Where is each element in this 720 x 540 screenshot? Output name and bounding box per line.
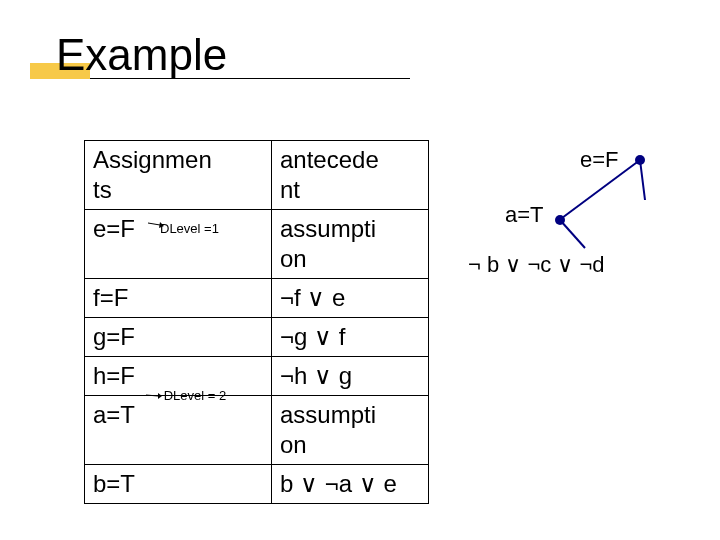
cell-ante: ¬h ∨ g bbox=[272, 357, 429, 396]
table-row: a=T assumpti on bbox=[85, 396, 429, 465]
header-assignments: Assignmen ts bbox=[85, 141, 272, 210]
dlevel-1-label: DLevel =1 bbox=[160, 221, 219, 236]
cell-assign: b=T bbox=[85, 465, 272, 504]
conflict-clause: ¬ b ∨ ¬c ∨ ¬d bbox=[468, 252, 605, 278]
svg-line-6 bbox=[560, 220, 585, 248]
graph-edges bbox=[450, 140, 700, 440]
dlevel-2-label: DLevel = 2 bbox=[160, 388, 230, 403]
implication-graph: e=F a=T ¬ b ∨ ¬c ∨ ¬d bbox=[450, 140, 700, 440]
cell-assign: f=F bbox=[85, 279, 272, 318]
node-label-aT: a=T bbox=[505, 202, 544, 228]
node-label-eF: e=F bbox=[580, 147, 619, 173]
table-row: f=F ¬f ∨ e bbox=[85, 279, 429, 318]
node-dot-eF bbox=[635, 155, 645, 165]
cell-ante: assumpti on bbox=[272, 396, 429, 465]
cell-assign: e=F bbox=[85, 210, 272, 279]
slide-title: Example bbox=[56, 30, 227, 80]
cell-assign: a=T bbox=[85, 396, 272, 465]
table-row: g=F ¬g ∨ f bbox=[85, 318, 429, 357]
cell-ante: ¬g ∨ f bbox=[272, 318, 429, 357]
cell-assign: g=F bbox=[85, 318, 272, 357]
assignments-table: Assignmen ts antecede nt e=F assumpti on… bbox=[84, 140, 429, 504]
table-row: h=F ¬h ∨ g bbox=[85, 357, 429, 396]
svg-line-5 bbox=[640, 160, 645, 200]
table-row: b=T b ∨ ¬a ∨ e bbox=[85, 465, 429, 504]
header-antecedent: antecede nt bbox=[272, 141, 429, 210]
node-dot-aT bbox=[555, 215, 565, 225]
cell-ante: assumpti on bbox=[272, 210, 429, 279]
slide-title-block: Example bbox=[56, 30, 227, 80]
cell-ante: b ∨ ¬a ∨ e bbox=[272, 465, 429, 504]
table-row: e=F assumpti on bbox=[85, 210, 429, 279]
cell-ante: ¬f ∨ e bbox=[272, 279, 429, 318]
table-header-row: Assignmen ts antecede nt bbox=[85, 141, 429, 210]
